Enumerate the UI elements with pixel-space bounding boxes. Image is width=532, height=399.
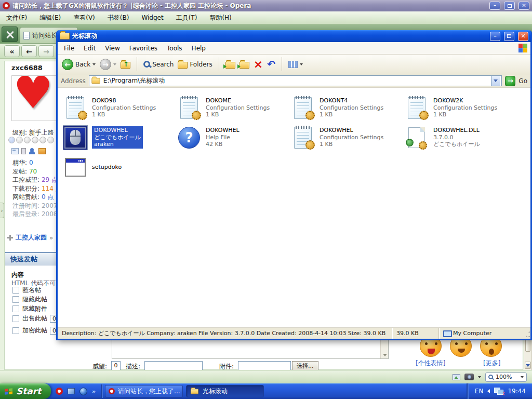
mouse-app-icon — [64, 127, 86, 149]
chevron-more-icon[interactable]: » — [92, 388, 96, 395]
menu-widget[interactable]: Widget — [141, 14, 163, 21]
panel-splitter-handle[interactable]: › — [0, 203, 4, 218]
forward-button-opera[interactable]: → — [38, 45, 54, 57]
zoom-dropdown-icon[interactable] — [521, 376, 524, 378]
file-list-area[interactable]: DOKO98Configuration Settings1 KB DOKOMEC… — [58, 88, 530, 327]
folders-button[interactable]: Folders — [178, 60, 212, 69]
clock: 19:44 — [508, 388, 526, 395]
weiwang-field[interactable]: 0 — [111, 361, 121, 370]
menu-file[interactable]: File — [64, 45, 74, 52]
scroll-down-icon — [383, 354, 387, 356]
menu-help[interactable]: 帮助(H) — [209, 14, 231, 22]
browse-button[interactable]: 选择... — [292, 361, 318, 370]
attach-field[interactable] — [238, 361, 291, 370]
opera-logo-icon — [109, 388, 115, 394]
checkbox[interactable] — [12, 315, 19, 322]
address-dropdown-button[interactable] — [491, 76, 500, 86]
folder-icon — [191, 389, 198, 394]
opera-quicklaunch-icon[interactable] — [56, 388, 63, 395]
menu-view[interactable]: 查看(V) — [73, 14, 95, 22]
menu-tools[interactable]: Tools — [167, 45, 182, 52]
more-emoticons-link[interactable]: [更多] — [483, 359, 500, 368]
back-dropdown-icon[interactable] — [92, 63, 96, 65]
dropdown-icon[interactable] — [478, 376, 481, 378]
checkbox[interactable] — [12, 305, 19, 312]
task-button-opera[interactable]: 请问站长，您上载了... — [105, 385, 183, 397]
undo-button[interactable]: ↶ — [267, 59, 275, 69]
explorer-close-button[interactable]: ✕ — [518, 32, 528, 41]
delete-button[interactable]: × — [254, 59, 263, 70]
forward-button[interactable]: → — [100, 59, 116, 70]
views-dropdown-icon[interactable] — [300, 63, 303, 65]
opera-restore-button[interactable] — [504, 2, 515, 10]
images-toggle-icon[interactable] — [453, 374, 460, 380]
attach-label: 附件: — [219, 362, 234, 370]
menu-edit[interactable]: 编辑(E) — [39, 14, 61, 22]
address-input[interactable]: E:\Program\光标滚动 — [89, 75, 502, 86]
back-button[interactable]: ← Back — [62, 59, 96, 70]
opera-close-button[interactable]: ✕ — [518, 2, 529, 10]
address-label: Address — [61, 77, 86, 85]
chevron-down-icon — [494, 79, 498, 82]
profile-card-icon[interactable] — [11, 148, 19, 154]
explorer-maximize-button[interactable] — [504, 32, 514, 41]
menu-edit[interactable]: Edit — [84, 45, 96, 52]
explorer-minimize-button[interactable]: – — [490, 32, 500, 41]
forum-username[interactable]: zxc6688 — [11, 64, 43, 72]
menu-bookmarks[interactable]: 书签(B) — [108, 14, 129, 22]
menu-file[interactable]: 文件(F) — [6, 14, 27, 22]
copy-to-button[interactable] — [240, 60, 249, 69]
tray-expand-icon[interactable] — [487, 389, 490, 393]
move-to-button[interactable] — [225, 60, 235, 69]
browser-globe-icon[interactable] — [79, 388, 87, 395]
phone-icon[interactable] — [21, 148, 26, 154]
back-button-opera[interactable]: ← — [21, 45, 37, 57]
wallet-icon[interactable] — [38, 148, 46, 154]
scroll-down-button[interactable] — [525, 362, 531, 369]
up-folder-icon: ↑ — [121, 62, 130, 69]
file-tile[interactable]: setupdoko — [61, 152, 175, 182]
language-indicator[interactable]: EN — [475, 388, 484, 395]
rewind-button[interactable]: « — [4, 45, 20, 57]
forum-home-link[interactable]: 工控人家园 » — [7, 233, 53, 242]
menu-view[interactable]: View — [105, 45, 119, 52]
opera-minimize-button[interactable]: – — [489, 2, 500, 10]
search-button[interactable]: Search — [143, 61, 174, 68]
desc-label: 描述: — [126, 362, 140, 370]
resize-grip[interactable] — [524, 328, 530, 339]
file-tile-selected[interactable]: DOKOWHELどこでもホイールaraken — [61, 123, 175, 152]
network-disconnected-icon[interactable]: × — [494, 388, 503, 395]
desc-field[interactable] — [144, 361, 203, 370]
file-tile[interactable]: DOKOWHEL.DLL3.7.0.0どこでもホイール — [403, 123, 516, 152]
forward-dropdown-icon[interactable] — [113, 63, 116, 65]
zoom-control[interactable]: 100% — [485, 373, 527, 382]
checkbox[interactable] — [12, 327, 19, 334]
menu-favorites[interactable]: Favorites — [129, 45, 157, 52]
add-friend-icon[interactable] — [29, 148, 36, 154]
explorer-menubar: File Edit View Favorites Tools Help — [58, 42, 530, 55]
camera-icon[interactable] — [464, 374, 474, 380]
file-tile[interactable]: DOKOMEConfiguration Settings1 KB — [175, 93, 289, 123]
task-button-explorer[interactable]: 光标滚动 — [186, 385, 264, 397]
go-button[interactable]: → — [505, 76, 515, 86]
menu-tools[interactable]: 工具(T) — [176, 14, 197, 22]
start-button[interactable]: Start — [0, 383, 51, 399]
up-button[interactable]: ↑ — [121, 60, 130, 69]
menu-help[interactable]: Help — [192, 45, 206, 52]
file-tile[interactable]: DOKO98Configuration Settings1 KB — [61, 93, 175, 123]
file-tile[interactable]: DOKONT4Configuration Settings1 KB — [289, 93, 403, 123]
checkbox[interactable] — [12, 296, 19, 303]
file-tile[interactable]: DOKOW2KConfiguration Settings1 KB — [403, 93, 516, 123]
panels-toggle-button[interactable] — [2, 26, 18, 42]
folders-icon — [178, 62, 188, 69]
custom-emoticons-link[interactable]: [个性表情] — [416, 359, 445, 368]
opera-menubar: 文件(F) 编辑(E) 查看(V) 书签(B) Widget 工具(T) 帮助(… — [0, 11, 532, 24]
file-tile[interactable]: ? DOKOWHELHelp File42 KB — [175, 123, 289, 152]
page-scrollbar[interactable] — [524, 336, 532, 370]
file-tile[interactable]: DOKOWHELConfiguration Settings1 KB — [289, 123, 403, 152]
explorer-titlebar[interactable]: 光标滚动 – ✕ — [57, 30, 531, 42]
show-desktop-icon[interactable] — [68, 388, 75, 394]
checkbox[interactable] — [12, 287, 19, 294]
views-button[interactable] — [288, 61, 303, 68]
opera-titlebar[interactable]: 请问站长，您上载了GX的滑鼠软件没有？ |综合讨论 - 工控人家园 工控论坛 -… — [0, 0, 532, 11]
